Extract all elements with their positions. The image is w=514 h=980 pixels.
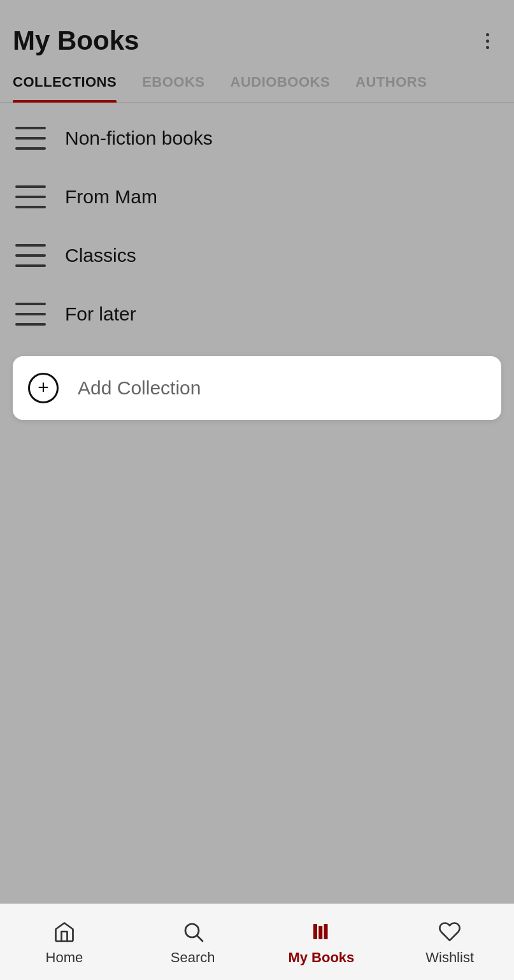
svg-line-1 xyxy=(197,935,202,940)
list-item[interactable]: For later xyxy=(0,285,514,343)
list-item[interactable]: From Mam xyxy=(0,168,514,226)
reorder-icon xyxy=(15,127,46,150)
wishlist-icon xyxy=(437,919,462,944)
svg-rect-4 xyxy=(324,924,328,939)
add-collection-button[interactable]: Add Collection xyxy=(13,356,501,420)
list-item[interactable]: Non-fiction books xyxy=(0,109,514,168)
more-options-button[interactable] xyxy=(473,27,501,55)
reorder-icon xyxy=(15,185,46,208)
my-books-icon xyxy=(308,919,334,944)
nav-my-books-label: My Books xyxy=(288,949,354,966)
three-dots-icon xyxy=(486,33,489,49)
nav-wishlist[interactable]: Wishlist xyxy=(385,919,514,966)
nav-home-label: Home xyxy=(46,949,83,966)
search-icon xyxy=(180,919,206,944)
nav-home[interactable]: Home xyxy=(0,919,129,966)
tab-collections[interactable]: COLLECTIONS xyxy=(13,62,117,102)
add-collection-label: Add Collection xyxy=(78,377,201,399)
collections-list: Non-fiction books From Mam Classics For … xyxy=(0,103,514,350)
nav-wishlist-label: Wishlist xyxy=(425,949,474,966)
bottom-navigation: Home Search My Books Wishlist xyxy=(0,904,514,980)
collection-name: Non-fiction books xyxy=(65,127,213,149)
tab-audiobooks[interactable]: AUDIOBOOKS xyxy=(231,62,331,102)
tab-ebooks[interactable]: EBOOKS xyxy=(142,62,204,102)
reorder-icon xyxy=(15,244,46,267)
tab-bar: COLLECTIONS EBOOKS AUDIOBOOKS AUTHORS xyxy=(0,62,514,103)
nav-my-books[interactable]: My Books xyxy=(257,919,386,966)
collection-name: From Mam xyxy=(65,186,157,208)
collection-name: For later xyxy=(65,303,136,325)
tab-authors[interactable]: AUTHORS xyxy=(355,62,427,102)
nav-search-label: Search xyxy=(171,949,215,966)
app-header: My Books xyxy=(0,0,514,62)
reorder-icon xyxy=(15,303,46,326)
collection-name: Classics xyxy=(65,245,136,266)
svg-rect-3 xyxy=(319,926,323,939)
svg-rect-2 xyxy=(313,924,317,939)
nav-search[interactable]: Search xyxy=(129,919,257,966)
add-circle-icon xyxy=(28,373,59,403)
home-icon xyxy=(52,919,77,944)
list-item[interactable]: Classics xyxy=(0,226,514,285)
page-title: My Books xyxy=(13,25,139,56)
